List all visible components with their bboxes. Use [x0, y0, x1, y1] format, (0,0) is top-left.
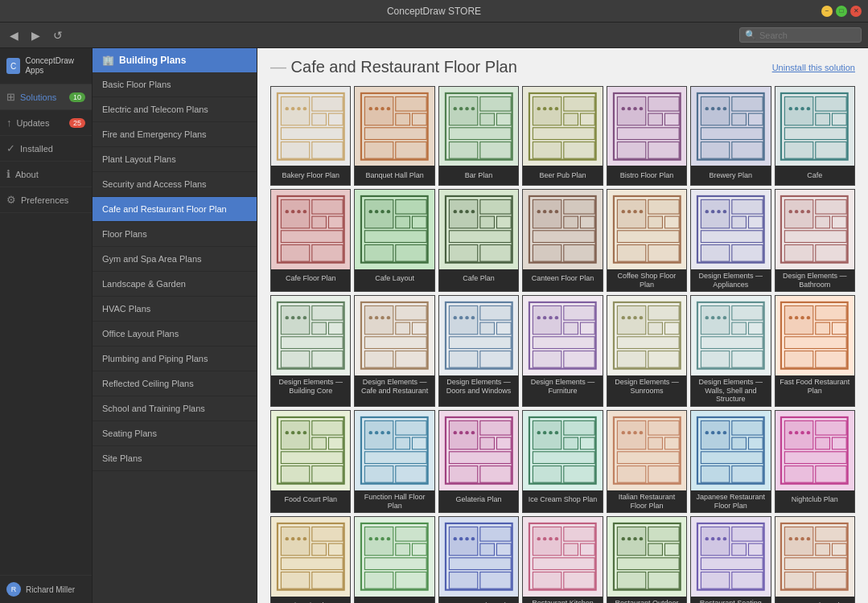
forward-button[interactable]: ▶: [28, 27, 43, 43]
sidebar-item-school[interactable]: School and Training Plans: [93, 396, 257, 421]
grid-item-label-cafeplan: Cafe Plan: [439, 269, 518, 289]
svg-point-179: [303, 316, 306, 319]
sidebar-item-about[interactable]: ℹ About: [0, 162, 92, 187]
svg-rect-337: [281, 527, 309, 556]
grid-item-functionhall[interactable]: Function Hall Floor Plan: [354, 410, 434, 513]
grid-item-designfurniture[interactable]: Design Elements — Furniture: [522, 295, 603, 407]
close-button[interactable]: ✕: [850, 6, 862, 17]
grid-item-designcafe[interactable]: Design Elements — Cafe and Restaurant: [354, 295, 434, 407]
grid-item-label-cafefloor: Cafe Floor Plan: [271, 269, 350, 289]
grid-item-designbuilding[interactable]: Design Elements — Building Core: [270, 295, 351, 407]
maximize-button[interactable]: □: [836, 6, 847, 17]
grid-item-italian[interactable]: Italian Restaurant Floor Plan: [607, 410, 687, 513]
sidebar-item-gym[interactable]: Gym and Spa Area Plans: [93, 247, 257, 272]
sidebar-item-basic[interactable]: Basic Floor Plans: [93, 72, 257, 97]
grid-item-cafeplan[interactable]: Cafe Plan: [438, 189, 519, 292]
svg-rect-195: [480, 322, 495, 334]
sidebar-item-floorplans[interactable]: Floor Plans: [93, 222, 257, 247]
svg-point-262: [297, 431, 300, 434]
svg-point-417: [795, 537, 798, 540]
grid-item-foodcourt[interactable]: Food Court Plan: [270, 410, 351, 513]
user-profile[interactable]: R Richard Miller: [0, 575, 92, 603]
svg-rect-279: [480, 437, 495, 449]
sidebar-item-office[interactable]: Office Layout Plans: [93, 322, 257, 347]
grid-item-restaurantoutdoor[interactable]: Restaurant Outdoor Area, Patio Plan: [607, 516, 687, 603]
sidebar-item-landscape[interactable]: Landscape & Garden: [93, 272, 257, 297]
sidebar-item-security[interactable]: Security and Access Plans: [93, 172, 257, 197]
sidebar-item-fire[interactable]: Fire and Emergency Plans: [93, 122, 257, 147]
back-button[interactable]: ◀: [6, 27, 22, 43]
grid-item-beerpub[interactable]: Beer Pub Plan: [522, 86, 603, 186]
grid-item-label-functionhall: Function Hall Floor Plan: [355, 490, 434, 513]
grid-item-designdoors[interactable]: Design Elements — Doors and Windows: [438, 295, 519, 407]
grid-item-cafefloor[interactable]: Cafe Floor Plan: [270, 189, 351, 292]
grid-item-nightclub[interactable]: Nightclub Plan: [775, 410, 855, 513]
grid-item-canteen[interactable]: Canteen Floor Plan: [522, 189, 603, 292]
grid-item-bakery[interactable]: Bakery Floor Plan: [270, 86, 351, 186]
svg-rect-282: [449, 466, 477, 483]
svg-rect-14: [396, 96, 426, 111]
grid-item-coffeeshop[interactable]: Coffee Shop Floor Plan: [607, 189, 687, 292]
grid-item-fastfood[interactable]: Fast Food Restaurant Plan: [775, 295, 855, 407]
grid-item-restaurant[interactable]: Restaurant: [354, 516, 434, 603]
sidebar-item-preferences[interactable]: ⚙ Preferences: [0, 187, 92, 213]
grid-item-designwalls[interactable]: Design Elements — Walls, Shell and Struc…: [690, 295, 771, 407]
svg-rect-247: [816, 351, 846, 368]
svg-point-371: [471, 537, 474, 540]
svg-point-140: [621, 210, 624, 213]
grid-item-restaurantkitchen[interactable]: Restaurant Kitchen Floor Plan: [522, 516, 603, 603]
grid-item-sportbar[interactable]: Sport Bar Floor Plan: [775, 516, 855, 603]
sidebar-item-plant[interactable]: Plant Layout Plans: [93, 147, 257, 172]
grid-item-cafe1[interactable]: Cafe: [775, 86, 855, 186]
svg-rect-339: [312, 544, 327, 556]
svg-point-10: [297, 107, 300, 110]
grid-item-label-cafelayout: Cafe Layout: [355, 269, 434, 289]
grid-item-restaurantseating[interactable]: Restaurant Seating Chart: [690, 516, 771, 603]
svg-point-334: [801, 431, 804, 434]
sidebar-item-updates[interactable]: ↑ Updates 25: [0, 110, 92, 136]
svg-rect-122: [564, 200, 594, 215]
grid-item-pizzeria[interactable]: Pizzeria Plan: [270, 516, 351, 603]
grid-item-cafelayout[interactable]: Cafe Layout: [354, 189, 434, 292]
grid-item-japanese[interactable]: Japanese Restaurant Floor Plan: [690, 410, 771, 513]
sidebar-item-site[interactable]: Site Plans: [93, 446, 257, 471]
svg-rect-114: [449, 245, 477, 262]
main-layout: C ConceptDraw Apps ⊞ Solutions 10 ↑ Upda…: [0, 48, 868, 603]
svg-rect-233: [701, 337, 763, 349]
grid-item-gelateria[interactable]: Gelateria Plan: [438, 410, 519, 513]
grid-item-bistro[interactable]: Bistro Floor Plan: [607, 86, 687, 186]
svg-rect-52: [664, 113, 679, 125]
grid-item-icecream[interactable]: Ice Cream Shop Plan: [522, 410, 603, 513]
grid-item-designbathroom[interactable]: Design Elements — Bathroom: [775, 189, 855, 292]
sidebar-item-hvac[interactable]: HVAC Plans: [93, 297, 257, 322]
grid-item-bar[interactable]: Bar Plan: [438, 86, 519, 186]
sidebar-item-installed[interactable]: ✓ Installed: [0, 136, 92, 162]
svg-rect-7: [312, 142, 343, 158]
grid-item-designsunrooms[interactable]: Design Elements — Sunrooms: [607, 295, 687, 407]
svg-point-202: [465, 316, 468, 319]
svg-rect-277: [449, 421, 477, 449]
svg-point-250: [801, 316, 804, 319]
sidebar-item-cafe[interactable]: Cafe and Restaurant Floor Plan: [93, 197, 257, 222]
search-input[interactable]: [759, 31, 856, 40]
building-plans-icon: 🏢: [102, 55, 114, 66]
sidebar-item-seating[interactable]: Seating Plans: [93, 421, 257, 446]
sidebar-item-reflected[interactable]: Reflected Ceiling Plans: [93, 371, 257, 396]
grid-item-restaurantfloor[interactable]: Restaurant Floor Plan: [438, 516, 519, 603]
minimize-button[interactable]: −: [821, 6, 833, 17]
sidebar-item-electric[interactable]: Electric and Telecom Plans: [93, 97, 257, 122]
sidebar-item-plumbing[interactable]: Plumbing and Piping Plans: [93, 347, 257, 371]
grid-item-brewery[interactable]: Brewery Plan: [690, 86, 771, 186]
svg-point-94: [297, 210, 300, 213]
sidebar-item-solutions[interactable]: ⊞ Solutions 10: [0, 84, 92, 110]
svg-rect-390: [617, 572, 645, 589]
grid-item-label-fastfood: Fast Food Restaurant Plan: [775, 375, 854, 398]
uninstall-link[interactable]: Uninstall this solution: [772, 63, 855, 72]
svg-point-70: [717, 107, 720, 110]
grid-item-designappliances[interactable]: Design Elements — Appliances: [690, 189, 771, 292]
svg-point-227: [639, 316, 642, 319]
grid-item-label-designbathroom: Design Elements — Bathroom: [775, 269, 854, 292]
items-grid: Bakery Floor PlanBanquet Hall PlanBar Pl…: [270, 86, 855, 603]
refresh-button[interactable]: ↺: [50, 27, 66, 43]
grid-item-banquet[interactable]: Banquet Hall Plan: [354, 86, 434, 186]
